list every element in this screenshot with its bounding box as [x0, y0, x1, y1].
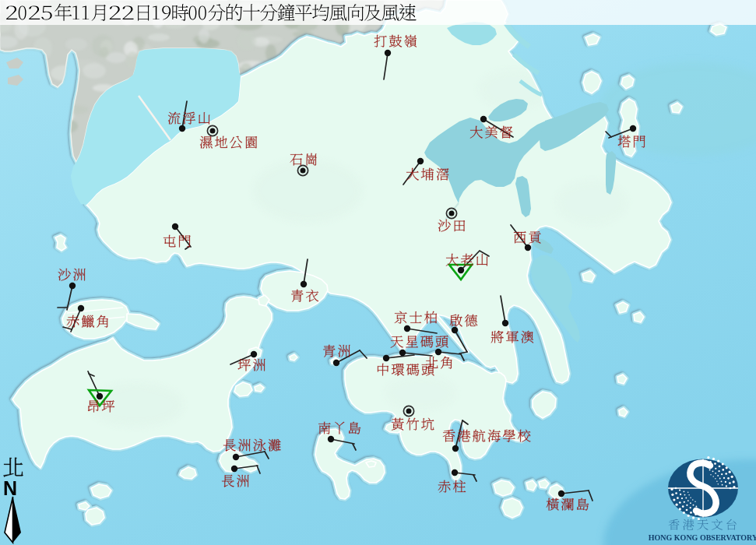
svg-text:HONG KONG OBSERVATORY: HONG KONG OBSERVATORY [649, 533, 756, 542]
svg-text:N: N [3, 477, 17, 499]
